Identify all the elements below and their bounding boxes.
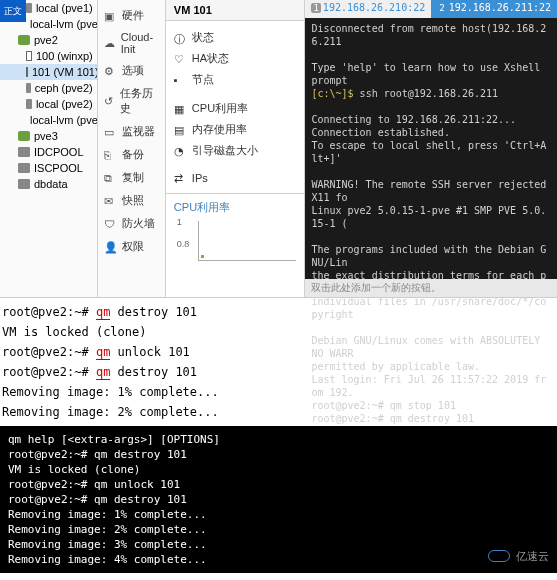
tree-item[interactable]: 100 (winxp) — [0, 48, 97, 64]
menu-item[interactable]: 👤权限 — [98, 235, 165, 258]
tree-label: ISCPOOL — [34, 162, 83, 174]
menu-item[interactable]: ⎘备份 — [98, 143, 165, 166]
top-panel: local (pve1)local-lvm (pve1)pve2100 (win… — [0, 0, 557, 298]
stat-label: IPs — [192, 172, 208, 184]
chart-title: CPU利用率 — [174, 198, 297, 221]
tree-item[interactable]: 101 (VM 101) — [0, 64, 97, 80]
net-icon: ⇄ — [174, 172, 186, 184]
term-line: Connection established. — [311, 126, 551, 139]
stat-row: ◔引导磁盘大小 — [174, 140, 297, 161]
mem-icon: ▤ — [174, 124, 186, 136]
term-line — [311, 165, 551, 178]
y-tick: 1 — [177, 217, 182, 227]
stat-label: 内存使用率 — [192, 122, 247, 137]
terminal-tab-2[interactable]: 2192.168.26.211:22 — [431, 0, 557, 18]
server-tree: local (pve1)local-lvm (pve1)pve2100 (win… — [0, 0, 98, 297]
gear-icon: ⚙ — [104, 65, 116, 77]
menu-label: 任务历史 — [120, 86, 159, 116]
info-icon: ⓘ — [174, 32, 186, 44]
node-icon: ▪ — [174, 74, 186, 86]
bottom-line: Removing image: 4% complete... — [8, 552, 549, 567]
tree-label: 101 (VM 101) — [32, 66, 98, 78]
bottom-line: root@pve2:~# qm unlock 101 — [8, 477, 549, 492]
cpu-icon: ▦ — [174, 103, 186, 115]
backup-icon: ⎘ — [104, 149, 116, 161]
bottom-line: root@pve2:~# qm destroy 101 — [8, 492, 549, 507]
term-line: Last login: Fri Jul 26 11:57:22 2019 fro… — [311, 373, 551, 399]
terminal-tab-1[interactable]: 1192.168.26.210:22 — [305, 0, 431, 18]
stat-row: ⇄IPs — [174, 169, 297, 187]
tree-label: 100 (winxp) — [36, 50, 93, 62]
cpu-chart: CPU利用率 1 0.8 — [166, 193, 305, 265]
tree-item[interactable]: pve3 — [0, 128, 97, 144]
menu-item[interactable]: ▣硬件 — [98, 4, 165, 27]
monitor-icon: ▭ — [104, 126, 116, 138]
bottom-line: qm help [<extra-args>] [OPTIONS] — [8, 432, 549, 447]
terminal-footer: 双击此处添加一个新的按钮。 — [305, 279, 557, 297]
tree-item[interactable]: IDCPOOL — [0, 144, 97, 160]
copy-icon: ⧉ — [104, 172, 116, 184]
term-line — [311, 100, 551, 113]
history-icon: ↺ — [104, 95, 115, 107]
stat-row: ▦CPU利用率 — [174, 98, 297, 119]
menu-item[interactable]: ✉快照 — [98, 189, 165, 212]
tree-label: pve3 — [34, 130, 58, 142]
term-line — [311, 48, 551, 61]
vm-icon — [26, 51, 32, 61]
menu-label: 监视器 — [122, 124, 155, 139]
tree-item[interactable]: dbdata — [0, 176, 97, 192]
stat-row: ⓘ状态 — [174, 27, 297, 48]
bottom-terminal: qm help [<extra-args>] [OPTIONS]root@pve… — [0, 426, 557, 573]
terminal-body[interactable]: Disconnected from remote host(192.168.26… — [305, 18, 557, 468]
tree-item[interactable]: local (pve2) — [0, 96, 97, 112]
disk-icon — [26, 99, 32, 109]
term-line: Debian GNU/Linux comes with ABSOLUTELY N… — [311, 334, 551, 360]
tree-label: ceph (pve2) — [35, 82, 93, 94]
vm-icon — [26, 67, 28, 77]
chart-line — [201, 255, 204, 258]
menu-label: 复制 — [122, 170, 144, 185]
stat-label: 引导磁盘大小 — [192, 143, 258, 158]
term-line: [c:\~]$ ssh root@192.168.26.211 — [311, 87, 551, 100]
term-line: Linux pve2 5.0.15-1-pve #1 SMP PVE 5.0.1… — [311, 204, 551, 230]
perm-icon: 👤 — [104, 241, 116, 253]
tree-label: local-lvm (pve1) — [30, 18, 98, 30]
menu-item[interactable]: ☁Cloud-Init — [98, 27, 165, 59]
menu-item[interactable]: ⧉复制 — [98, 166, 165, 189]
blue-tag: 正文 — [0, 0, 26, 22]
menu-label: Cloud-Init — [121, 31, 159, 55]
menu-item[interactable]: 🛡防火墙 — [98, 212, 165, 235]
stat-label: 节点 — [192, 72, 214, 87]
term-line: Type 'help' to learn how to use Xshell p… — [311, 61, 551, 87]
menu-item[interactable]: ▭监视器 — [98, 120, 165, 143]
menu-item[interactable]: ↺任务历史 — [98, 82, 165, 120]
ssh-terminal[interactable]: 1192.168.26.210:22 2192.168.26.211:22 Di… — [305, 0, 557, 297]
watermark-text: 亿速云 — [516, 549, 549, 564]
vm-menu: ▣硬件☁Cloud-Init⚙选项↺任务历史▭监视器⎘备份⧉复制✉快照🛡防火墙👤… — [98, 0, 166, 297]
menu-label: 硬件 — [122, 8, 144, 23]
watermark: 亿速云 — [488, 547, 549, 565]
menu-item[interactable]: ⚙选项 — [98, 59, 165, 82]
bottom-line: root@pve2:~# qm destroy 101 — [8, 447, 549, 462]
tree-item[interactable]: pve2 — [0, 32, 97, 48]
tree-item[interactable]: local-lvm (pve2) — [0, 112, 97, 128]
term-line: To escape to local shell, press 'Ctrl+Al… — [311, 139, 551, 165]
tree-label: local (pve2) — [36, 98, 93, 110]
term-line: permitted by applicable law. — [311, 360, 551, 373]
term-line — [311, 230, 551, 243]
mini-chart: 1 0.8 — [198, 221, 297, 261]
menu-label: 选项 — [122, 63, 144, 78]
srv-icon — [18, 35, 30, 45]
bottom-line: Removing image: 3% complete... — [8, 537, 549, 552]
stat-label: 状态 — [192, 30, 214, 45]
menu-label: 快照 — [122, 193, 144, 208]
bottom-line: Removing image: 2% complete... — [8, 522, 549, 537]
menu-label: 权限 — [122, 239, 144, 254]
disk-icon: ◔ — [174, 145, 186, 157]
tree-item[interactable]: ceph (pve2) — [0, 80, 97, 96]
tree-label: IDCPOOL — [34, 146, 84, 158]
term-line: The programs included with the Debian GN… — [311, 243, 551, 269]
tree-item[interactable]: ISCPOOL — [0, 160, 97, 176]
srv-icon — [18, 131, 30, 141]
disk-icon — [26, 3, 32, 13]
